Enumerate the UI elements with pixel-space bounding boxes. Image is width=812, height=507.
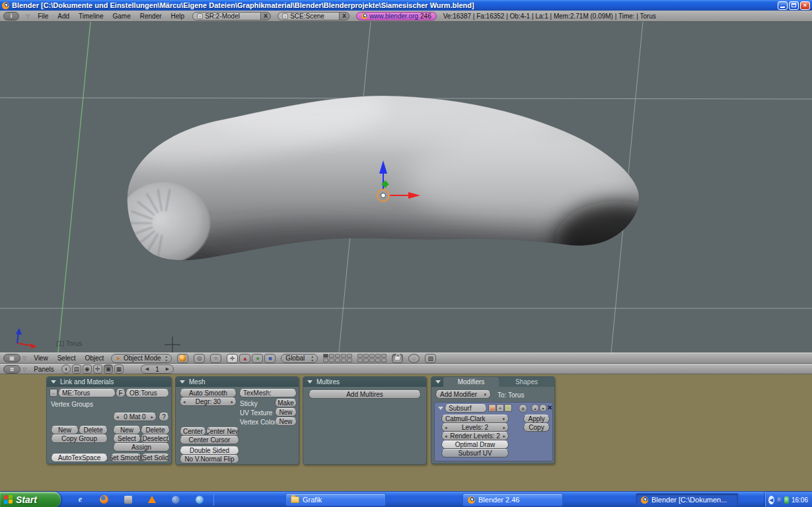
levels-slider[interactable]: ◂ Levels: 2 ▸ [441,423,509,432]
scene-selector[interactable]: - SCE:Scene [277,12,340,20]
panel-header[interactable]: Multires [303,377,426,387]
orientation-dropdown[interactable]: Global ▴▾ [281,354,318,363]
arrow-left-icon[interactable]: ◂ [445,434,447,439]
material-counter[interactable]: ◂ 0 Mat 0 ▸ [113,413,157,421]
task-button-blender-file[interactable]: Blender [C:\Dokumen... [636,493,739,506]
manipulator-toggle-icon[interactable]: ✛ [227,354,238,363]
render-preview-icon[interactable]: ▨ [425,354,436,363]
select-button[interactable]: Select [113,434,141,443]
shading-context-icon[interactable]: ◉ [83,364,92,374]
browse-mesh-icon[interactable]: - [50,389,57,397]
arrow-right-icon[interactable]: ▶ [166,366,169,372]
draw-type-icon[interactable] [177,354,188,363]
auto-smooth-button[interactable]: Auto Smooth [180,389,237,397]
fake-user-button[interactable]: F [116,389,126,397]
internet-explorer-icon[interactable]: e [75,494,85,504]
scale-manipulator-icon[interactable]: ■ [264,354,276,363]
layer-buttons-2[interactable] [357,354,387,362]
modifier-render-toggle-icon[interactable] [488,404,496,412]
modifier-apply-cage-icon[interactable]: ◍ [519,404,527,413]
scene-delete-icon[interactable]: X [340,12,350,20]
subsurf-uv-button[interactable]: Subsurf UV [441,449,509,457]
help-button[interactable]: ? [159,413,169,421]
screen-selector[interactable]: - SR:2-Model [192,12,261,20]
copy-button[interactable]: Copy [523,423,550,432]
mode-dropdown[interactable]: ➤ Object Mode ▴▾ [111,354,172,363]
render-levels-slider[interactable]: ◂ Render Levels: 2 ▸ [441,432,509,440]
arrow-right-icon[interactable]: ▸ [503,434,505,439]
header-collapse-icon[interactable]: ▽ [26,13,30,19]
degr-slider[interactable]: ◂ Degr: 30 ▸ [180,397,237,406]
proportional-edit-icon[interactable]: ◌ [408,354,420,363]
vertex-color-new-button[interactable]: New [275,417,297,426]
tab-modifiers[interactable]: Modifiers [443,377,499,387]
object-context-icon[interactable]: ✛ [93,364,102,374]
arrow-right-icon[interactable]: ▸ [151,415,153,420]
arrow-left-icon[interactable]: ◂ [183,399,186,405]
frame-counter[interactable]: ◀ 1 ▶ [141,364,174,374]
subdiv-type-dropdown[interactable]: Catmull-Clark ▾ [441,415,509,423]
menu-help[interactable]: Help [170,13,186,20]
apply-button[interactable]: Apply [523,415,550,423]
firefox-icon[interactable] [99,494,109,504]
blender-menu-icon[interactable]: i [3,12,19,20]
no-vnormal-flip-button[interactable]: No V.Normal Flip [180,455,239,463]
arrow-left-icon[interactable]: ◂ [116,415,119,420]
arrow-left-icon[interactable]: ◀ [145,366,149,372]
center-cursor-button[interactable]: Center Cursor [180,436,239,444]
pivot-point-icon[interactable]: ⊙ [194,354,205,363]
blender-org-link[interactable]: www.blender.org 246 [356,12,437,20]
editing-context-icon[interactable]: ▣ [104,364,113,374]
panel-header[interactable]: Link and Materials [47,377,171,387]
modifier-delete-icon[interactable]: ✕ [547,404,552,411]
modifier-editmode-toggle-icon[interactable] [504,404,512,412]
panels-label[interactable]: Panels [32,366,56,373]
menu-render[interactable]: Render [139,13,163,20]
menu-view[interactable]: View [32,355,50,362]
mat-new-button[interactable]: New [113,426,141,434]
set-solid-button[interactable]: Set Solid [141,454,170,462]
scene-context-icon[interactable]: ▦ [114,364,124,374]
editor-type-icon[interactable]: ≣ [3,365,20,374]
menu-game[interactable]: Game [112,13,132,20]
sticky-make-button[interactable]: Make [275,399,297,407]
screen-delete-icon[interactable]: X [261,12,271,20]
center-button[interactable]: Center [180,427,206,436]
viewport-3d[interactable]: (1) Torus [0,22,812,353]
minimize-button[interactable] [778,1,788,10]
bluetooth-icon[interactable] [777,496,782,504]
copy-group-button[interactable]: Copy Group [51,434,108,443]
script-context-icon[interactable]: ▤ [72,364,81,374]
uv-texture-new-button[interactable]: New [275,408,297,417]
vlc-icon[interactable] [147,494,157,504]
snap-target-icon[interactable]: ⁘ [210,354,221,363]
optimal-draw-button[interactable]: Optimal Draw [441,440,509,449]
task-button-blender-246[interactable]: Blender 2.46 [462,493,563,506]
logic-context-icon[interactable]: ◖ [61,364,71,374]
modifier-move-down-icon[interactable]: ▾ [539,404,547,412]
arrow-right-icon[interactable]: ▸ [231,399,233,405]
layer-buttons[interactable] [323,354,352,362]
mesh-name-field[interactable]: ME:Torus [58,389,116,397]
deselect-button[interactable]: Deselect [141,434,170,443]
double-sided-button[interactable]: Double Sided [180,446,239,455]
window-titlebar[interactable]: Blender [C:\Dokumente und Einstellungen\… [0,0,812,11]
menu-file[interactable]: File [36,13,50,20]
lock-layers-icon[interactable] [392,354,403,363]
chevron-down-icon[interactable]: ▽ [22,366,26,372]
menu-add[interactable]: Add [56,13,71,20]
panel-header[interactable]: Mesh [176,377,299,387]
task-button-grafik[interactable]: Grafik [285,493,386,506]
arrow-left-icon[interactable]: ◂ [445,425,447,430]
modifier-collapse-icon[interactable] [438,407,443,410]
vgroup-delete-button[interactable]: Delete [79,426,108,434]
menu-object[interactable]: Object [83,355,106,362]
translate-manipulator-icon[interactable]: ▲ [239,354,250,363]
app-shortcut-icon-3[interactable] [194,494,204,504]
app-shortcut-icon-2[interactable] [170,494,180,504]
set-smooth-button[interactable]: Set Smooth [110,454,141,462]
app-shortcut-icon[interactable] [123,494,133,504]
close-button[interactable]: × [800,1,810,10]
autotexspace-button[interactable]: AutoTexSpace [51,454,108,462]
editor-type-icon[interactable]: ▦ [3,354,20,362]
